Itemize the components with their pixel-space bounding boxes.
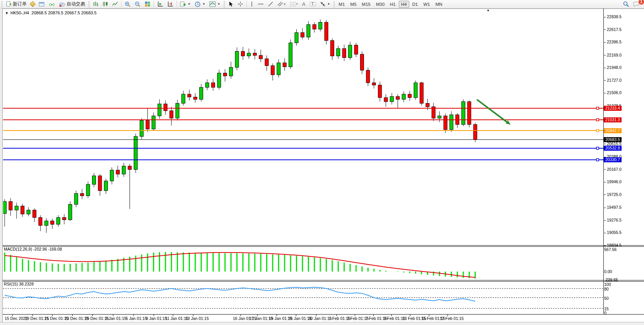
candle-bullish[interactable]: [438, 116, 441, 118]
candle-bearish[interactable]: [378, 85, 382, 98]
line-handle[interactable]: [596, 158, 599, 161]
candle-bearish[interactable]: [212, 83, 215, 88]
candle-bearish[interactable]: [408, 94, 412, 98]
candle-bearish[interactable]: [265, 59, 268, 66]
candle-bearish[interactable]: [259, 55, 263, 59]
candle-bearish[interactable]: [325, 22, 328, 41]
candle-bullish[interactable]: [92, 176, 96, 184]
candle-bearish[interactable]: [301, 33, 304, 37]
candle-bearish[interactable]: [63, 217, 66, 220]
candle-bullish[interactable]: [152, 116, 155, 129]
candle-bullish[interactable]: [461, 101, 465, 124]
candle-bullish[interactable]: [402, 94, 405, 99]
candle-bearish[interactable]: [193, 97, 197, 100]
macd-panel[interactable]: [3, 246, 603, 280]
text-tool-button[interactable]: A: [300, 0, 307, 8]
candle-bullish[interactable]: [390, 96, 394, 101]
candle-bearish[interactable]: [9, 201, 12, 210]
toolbar-grip[interactable]: [224, 1, 225, 7]
equidistant-channel-tool-button[interactable]: E: [275, 0, 288, 8]
crosshair-tool-button[interactable]: [236, 0, 245, 8]
trend-arrow[interactable]: [477, 100, 507, 122]
candle-bullish[interactable]: [319, 22, 322, 29]
candle-bearish[interactable]: [253, 53, 256, 55]
candle-bullish[interactable]: [450, 115, 453, 129]
candle-bearish[interactable]: [128, 166, 132, 170]
zoom-out-button[interactable]: [133, 0, 143, 8]
candle-bullish[interactable]: [348, 45, 352, 57]
zoom-in-button[interactable]: [123, 0, 133, 8]
candle-bullish[interactable]: [337, 48, 340, 56]
market-watch-button[interactable]: [29, 0, 37, 8]
tile-windows-button[interactable]: [143, 0, 152, 8]
main-chart-panel[interactable]: [3, 10, 603, 245]
notifications-button[interactable]: 1: [631, 0, 642, 8]
line-handle[interactable]: [596, 119, 599, 121]
toolbar-grip[interactable]: [333, 1, 335, 7]
candle-bearish[interactable]: [366, 70, 370, 83]
candle-bearish[interactable]: [146, 120, 149, 129]
candle-bullish[interactable]: [295, 33, 298, 43]
candle-bearish[interactable]: [164, 104, 167, 111]
line-chart-button[interactable]: [110, 0, 120, 8]
candle-bearish[interactable]: [33, 210, 36, 217]
time-axis[interactable]: 15 Dec 202219 Dec 01:1521 Dec 01:1523 De…: [3, 314, 644, 322]
candle-bullish[interactable]: [176, 103, 179, 118]
candle-bullish[interactable]: [200, 87, 203, 99]
trendline-tool-button[interactable]: [266, 0, 275, 8]
candle-bullish[interactable]: [140, 120, 143, 136]
candle-bearish[interactable]: [331, 41, 334, 56]
auto-scroll-button[interactable]: [155, 0, 165, 8]
candle-bearish[interactable]: [313, 24, 316, 29]
toolbar-grip[interactable]: [88, 1, 90, 7]
candle-bullish[interactable]: [235, 52, 239, 67]
text-label-tool-button[interactable]: T: [307, 0, 318, 8]
fibonacci-tool-button[interactable]: F: [288, 0, 300, 8]
signals-button[interactable]: [47, 0, 57, 8]
cursor-tool-button[interactable]: [226, 0, 236, 8]
candle-bearish[interactable]: [241, 52, 245, 56]
candle-bullish[interactable]: [217, 73, 221, 88]
candle-bullish[interactable]: [182, 94, 185, 103]
candle-bullish[interactable]: [289, 43, 292, 67]
profiles-button[interactable]: ▼: [193, 0, 207, 8]
new-chart-button[interactable]: ▼: [178, 0, 193, 8]
candle-bearish[interactable]: [271, 65, 275, 75]
candle-bullish[interactable]: [277, 63, 280, 75]
candle-bullish[interactable]: [86, 184, 90, 196]
auto-trading-button[interactable]: 自动交易: [57, 0, 87, 8]
candle-bearish[interactable]: [384, 98, 388, 101]
candle-bullish[interactable]: [104, 181, 108, 191]
timeframe-button-W1[interactable]: W1: [421, 1, 432, 8]
horizontal-line-tool-button[interactable]: [256, 0, 266, 8]
candle-bullish[interactable]: [3, 201, 7, 213]
terminal-button[interactable]: [37, 0, 47, 8]
candle-bullish[interactable]: [56, 217, 60, 224]
candle-bullish[interactable]: [229, 67, 233, 76]
candle-bullish[interactable]: [74, 194, 78, 205]
indicators-button[interactable]: ▼: [207, 0, 222, 8]
candlestick-chart-button[interactable]: [101, 0, 110, 8]
candle-bullish[interactable]: [158, 104, 161, 116]
candle-bearish[interactable]: [420, 83, 424, 103]
line-handle[interactable]: [596, 129, 599, 132]
candle-bearish[interactable]: [360, 54, 364, 70]
arrows-tool-button[interactable]: ▼: [318, 0, 332, 8]
candle-bearish[interactable]: [473, 124, 477, 139]
search-button[interactable]: [621, 0, 631, 8]
candle-bearish[interactable]: [80, 194, 84, 196]
candle-bearish[interactable]: [283, 63, 286, 67]
candle-bullish[interactable]: [134, 136, 137, 169]
candle-bearish[interactable]: [116, 170, 120, 174]
timeframe-button-M1[interactable]: M1: [337, 1, 347, 8]
candle-bullish[interactable]: [15, 206, 18, 210]
new-order-button[interactable]: 新订单: [4, 0, 29, 8]
line-handle[interactable]: [596, 147, 599, 150]
candle-bearish[interactable]: [354, 45, 358, 54]
candle-bearish[interactable]: [223, 73, 227, 76]
candle-bearish[interactable]: [372, 83, 376, 85]
candle-bearish[interactable]: [188, 94, 191, 97]
candle-bullish[interactable]: [27, 210, 30, 214]
candle-bearish[interactable]: [444, 116, 447, 129]
timeframe-button-H4[interactable]: H4: [399, 1, 409, 8]
